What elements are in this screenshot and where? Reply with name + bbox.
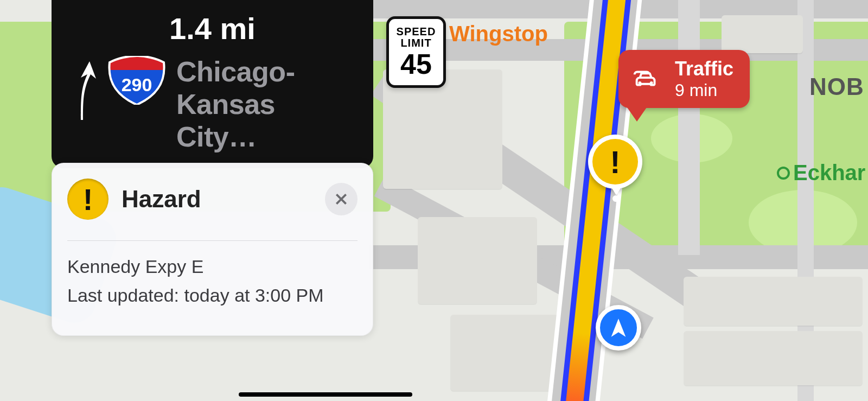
- next-step-destination: Chicago-Kansas City…: [176, 56, 360, 153]
- poi-label-wingstop[interactable]: Wingstop: [449, 22, 548, 46]
- next-step-distance: 1.4 mi: [65, 11, 360, 46]
- navigation-banner[interactable]: 1.4 mi 290 Chicago-Kansas City…: [52, 0, 373, 168]
- traffic-alert[interactable]: Traffic 9 min: [618, 50, 750, 108]
- hazard-marker[interactable]: !: [588, 135, 642, 189]
- svg-point-0: [639, 81, 642, 84]
- neighborhood-label: NOB: [809, 73, 864, 100]
- speed-limit-label: LIMIT: [400, 37, 431, 49]
- tree-icon: [777, 167, 790, 180]
- speed-limit-value: 45: [400, 50, 432, 78]
- hazard-marker-pointer: [610, 184, 623, 195]
- exclamation-icon: !: [592, 139, 638, 184]
- road: [678, 0, 700, 255]
- building: [684, 277, 863, 326]
- hazard-marker-dot: [612, 195, 619, 202]
- poi-label-text: Eckhar: [793, 161, 865, 185]
- traffic-alert-title: Traffic: [675, 58, 733, 80]
- hazard-card-title: Hazard: [122, 186, 312, 213]
- close-icon: [334, 192, 348, 206]
- hazard-updated: Last updated: today at 3:00 PM: [67, 285, 358, 306]
- route-number: 290: [122, 74, 152, 96]
- traffic-icon: [630, 68, 664, 91]
- current-location-puck[interactable]: [596, 305, 641, 351]
- svg-point-1: [650, 81, 653, 84]
- speed-limit-sign: SPEEDLIMIT 45: [386, 16, 446, 88]
- interstate-shield-icon: 290: [107, 56, 167, 105]
- traffic-alert-delay: 9 min: [675, 80, 733, 100]
- close-button[interactable]: [325, 183, 358, 215]
- home-indicator[interactable]: [239, 392, 412, 397]
- building: [684, 331, 863, 385]
- hazard-info-card[interactable]: ! Hazard Kennedy Expy E Last updated: to…: [52, 163, 373, 336]
- direction-arrow-icon: [608, 317, 629, 339]
- building: [722, 15, 803, 53]
- poi-label-park[interactable]: Eckhar: [777, 161, 865, 185]
- map-viewport[interactable]: Wingstop NOB Eckhar SPEEDLIMIT 45 Traffi…: [0, 0, 868, 401]
- speed-limit-label: SPEED: [397, 26, 436, 37]
- divider: [67, 240, 358, 241]
- building: [450, 315, 559, 391]
- hazard-location: Kennedy Expy E: [67, 256, 358, 277]
- exclamation-icon: !: [67, 179, 108, 220]
- building: [418, 217, 537, 304]
- traffic-alert-pointer: [627, 107, 647, 122]
- turn-arrow-icon: [65, 56, 97, 123]
